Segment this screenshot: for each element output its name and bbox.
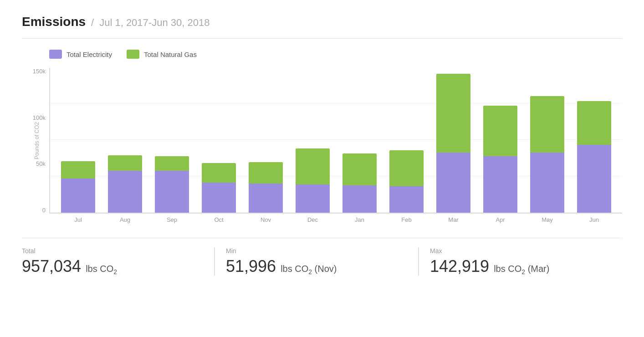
bar-natural-gas-jul [61,161,95,179]
bar-electricity-sep [155,171,189,213]
min-value: 51,996 lbs CO2 (Nov) [226,257,407,276]
x-label-dec: Dec [289,214,336,223]
bar-natural-gas-jun [577,101,611,145]
x-label-jan: Jan [336,214,383,223]
x-label-feb: Feb [383,214,430,223]
x-label-apr: Apr [477,214,524,223]
max-value: 142,919 lbs CO2 (Mar) [430,257,611,276]
legend-item-natural-gas: Total Natural Gas [127,50,197,59]
min-label: Min [226,247,407,255]
y-axis: Pounds of CO2 150k 100k 50k 0 [22,68,49,223]
bar-group-may [524,68,571,213]
bar-stack-sep [155,156,189,213]
max-label: Max [430,247,611,255]
page: Emissions / Jul 1, 2017-Jun 30, 2018 Tot… [0,0,644,290]
bar-stack-apr [483,106,517,213]
bar-group-jul [55,68,102,213]
chart-area: Pounds of CO2 150k 100k 50k 0 JulAugSepO… [22,68,622,223]
bar-stack-oct [202,163,235,213]
y-tick-50k: 50k [36,160,46,167]
bar-electricity-nov [249,184,282,213]
electricity-label: Total Electricity [66,51,112,58]
bar-stack-feb [389,150,423,213]
natural-gas-swatch [127,50,139,59]
min-unit: lbs CO2 [281,264,314,274]
bar-group-dec [289,68,336,213]
y-axis-label: Pounds of CO2 [34,122,40,159]
bar-natural-gas-may [530,96,564,153]
max-number: 142,919 [430,257,489,276]
bar-electricity-oct [202,183,235,213]
bar-electricity-dec [296,184,329,213]
x-label-sep: Sep [148,214,195,223]
bar-electricity-feb [389,186,423,213]
bar-electricity-may [530,153,564,213]
bar-electricity-jan [342,185,376,213]
max-qualifier: (Mar) [528,264,550,274]
bar-group-mar [430,68,477,213]
bar-electricity-aug [108,171,142,213]
x-label-may: May [524,214,571,223]
bar-natural-gas-aug [108,155,142,171]
y-tick-100k: 100k [33,114,46,121]
header-divider [22,38,622,39]
stat-min: Min 51,996 lbs CO2 (Nov) [215,247,419,276]
bar-natural-gas-sep [155,156,189,171]
x-label-jun: Jun [571,214,618,223]
stat-total: Total 957,034 lbs CO2 [22,247,215,276]
bar-stack-jun [577,101,611,213]
bar-natural-gas-apr [483,106,517,156]
stats-section: Total 957,034 lbs CO2 Min 51,996 lbs CO2… [22,238,622,276]
x-label-mar: Mar [430,214,477,223]
bar-group-jun [571,68,618,213]
bar-stack-jul [61,161,95,213]
total-unit: lbs CO2 [86,264,117,274]
bar-natural-gas-nov [249,162,282,184]
total-value: 957,034 lbs CO2 [22,257,203,276]
min-qualifier: (Nov) [315,264,337,274]
y-tick-0: 0 [42,207,46,214]
bar-natural-gas-mar [436,74,470,153]
electricity-swatch [49,50,62,59]
bar-stack-nov [249,162,282,213]
bar-group-oct [195,68,242,213]
chart-legend: Total Electricity Total Natural Gas [49,50,622,59]
total-number: 957,034 [22,257,81,276]
bar-group-aug [102,68,148,213]
x-label-nov: Nov [242,214,289,223]
bar-electricity-apr [483,156,517,213]
bar-group-nov [242,68,289,213]
bar-stack-mar [436,74,470,213]
header: Emissions / Jul 1, 2017-Jun 30, 2018 [22,15,622,29]
x-label-aug: Aug [102,214,148,223]
bar-group-feb [383,68,430,213]
stat-max: Max 142,919 lbs CO2 (Mar) [419,247,622,276]
bar-stack-dec [296,148,329,213]
bar-stack-aug [108,155,142,213]
natural-gas-label: Total Natural Gas [144,51,197,58]
bar-group-jan [336,68,383,213]
bar-natural-gas-dec [296,148,329,184]
bar-natural-gas-jan [342,153,376,185]
x-labels: JulAugSepOctNovDecJanFebMarAprMayJun [50,214,622,223]
min-number: 51,996 [226,257,276,276]
bar-electricity-jun [577,145,611,213]
date-range: Jul 1, 2017-Jun 30, 2018 [99,17,210,29]
bar-natural-gas-oct [202,163,235,183]
x-label-oct: Oct [195,214,242,223]
bar-electricity-jul [61,179,95,213]
bar-electricity-mar [436,153,470,213]
y-tick-150k: 150k [33,68,46,75]
bar-group-sep [148,68,195,213]
legend-item-electricity: Total Electricity [49,50,112,59]
page-title: Emissions [22,15,86,29]
bar-natural-gas-feb [389,150,423,186]
max-unit: lbs CO2 [494,264,527,274]
bar-stack-may [530,96,564,213]
bar-stack-jan [342,153,376,213]
x-label-jul: Jul [55,214,102,223]
bar-group-apr [477,68,524,213]
title-separator: / [91,17,94,29]
bars-container [49,68,622,214]
total-label: Total [22,247,203,255]
